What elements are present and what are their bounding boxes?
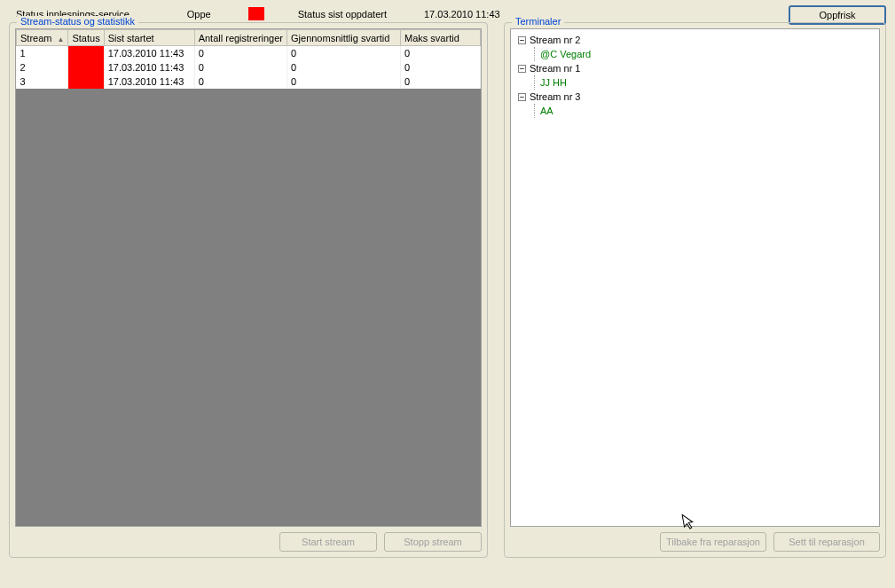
tree-node[interactable]: − Stream nr 1 (518, 61, 877, 75)
cell-started: 17.03.2010 11:43 (104, 46, 194, 60)
tree-node[interactable]: − Stream nr 2 (518, 33, 877, 47)
service-status-value: Oppe (187, 9, 211, 20)
col-started[interactable]: Sist startet (104, 30, 194, 46)
cell-max: 0 (401, 74, 481, 89)
col-status[interactable]: Status (68, 30, 104, 46)
stream-status-legend: Stream-status og statistikk (17, 16, 138, 27)
cell-status-swatch (68, 46, 104, 60)
stop-stream-button[interactable]: Stopp stream (384, 532, 482, 552)
table-row[interactable]: 2 17.03.2010 11:43 0 0 0 (17, 60, 481, 74)
send-to-repair-button[interactable]: Sett til reparasjon (773, 532, 880, 552)
cell-status-swatch (68, 60, 104, 74)
tree-child[interactable]: JJ HH (534, 75, 877, 90)
col-max-response[interactable]: Maks svartid (401, 30, 481, 46)
tree-child-label: AA (540, 106, 553, 116)
cell-reg: 0 (194, 60, 287, 74)
status-updated-label: Status sist oppdatert (298, 9, 387, 20)
tree-node-label: Stream nr 3 (530, 91, 580, 102)
terminals-tree[interactable]: − Stream nr 2 @C Vegard − Stream nr 1 JJ… (510, 28, 880, 527)
cell-avg: 0 (287, 74, 401, 89)
cell-status-swatch (68, 74, 104, 89)
stream-status-panel: Stream-status og statistikk Stream ▲ Sta… (9, 22, 488, 558)
table-row[interactable]: 3 17.03.2010 11:43 0 0 0 (17, 74, 481, 89)
status-updated-value: 17.03.2010 11:43 (424, 9, 500, 20)
cell-stream: 3 (17, 74, 68, 89)
tree-node-label: Stream nr 2 (530, 35, 580, 45)
table-row[interactable]: 1 17.03.2010 11:43 0 0 0 (17, 46, 481, 60)
tree-line-icon (534, 75, 535, 90)
col-avg-response[interactable]: Gjennomsnittlig svartid (287, 30, 401, 46)
cell-started: 17.03.2010 11:43 (104, 60, 194, 74)
cell-stream: 2 (17, 60, 68, 74)
col-stream-label: Stream (20, 33, 51, 43)
tree-line-icon (534, 47, 535, 61)
tree-child-label: JJ HH (540, 77, 567, 88)
tree-node-label: Stream nr 1 (530, 63, 580, 74)
tree-child-label: @C Vegard (540, 49, 591, 59)
tree-child[interactable]: AA (534, 104, 877, 118)
tree-line-icon (534, 104, 535, 118)
service-status-swatch (248, 7, 264, 20)
cell-stream: 1 (17, 46, 68, 60)
col-registrations[interactable]: Antall registreringer (194, 30, 287, 46)
cell-max: 0 (401, 60, 481, 74)
terminals-panel: Terminaler − Stream nr 2 @C Vegard − Str… (504, 22, 886, 558)
cell-started: 17.03.2010 11:43 (104, 74, 194, 89)
col-stream[interactable]: Stream ▲ (17, 30, 68, 46)
stream-grid[interactable]: Stream ▲ Status Sist startet Antall regi… (15, 28, 482, 527)
cell-avg: 0 (287, 46, 401, 60)
tree-collapse-icon[interactable]: − (518, 65, 526, 73)
tree-child[interactable]: @C Vegard (534, 47, 877, 61)
tree-collapse-icon[interactable]: − (518, 93, 526, 101)
start-stream-button[interactable]: Start stream (279, 532, 377, 552)
tree-collapse-icon[interactable]: − (518, 36, 526, 44)
sort-asc-icon: ▲ (58, 35, 65, 43)
grid-header-row: Stream ▲ Status Sist startet Antall regi… (17, 30, 481, 46)
cell-avg: 0 (287, 60, 401, 74)
terminals-legend: Terminaler (512, 16, 564, 27)
cell-reg: 0 (194, 74, 287, 89)
cell-reg: 0 (194, 46, 287, 60)
cell-max: 0 (401, 46, 481, 60)
tree-node[interactable]: − Stream nr 3 (518, 90, 877, 104)
back-from-repair-button[interactable]: Tilbake fra reparasjon (660, 532, 766, 552)
